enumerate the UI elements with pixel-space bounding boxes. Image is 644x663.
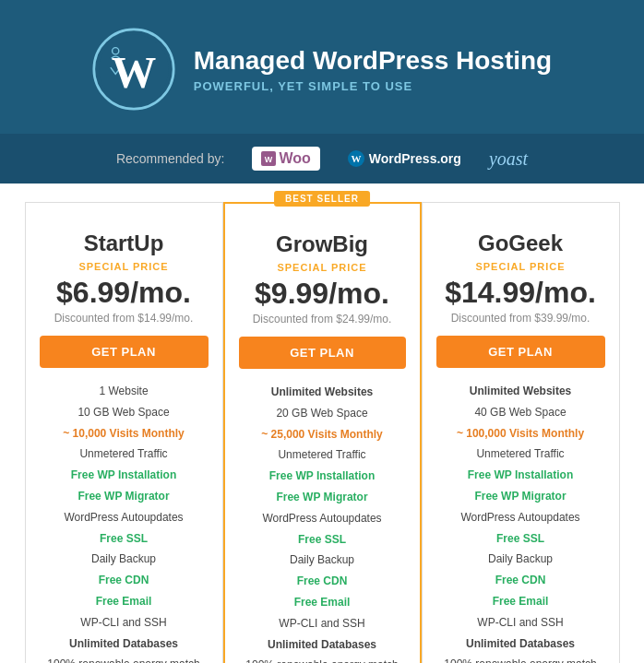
feature-item: Unlimited Websites bbox=[239, 382, 406, 403]
plans-container: StartUpSPECIAL PRICE$6.99/mo.Discounted … bbox=[0, 184, 644, 663]
svg-text:W: W bbox=[351, 153, 361, 164]
feature-item: Free WP Installation bbox=[436, 465, 605, 486]
plan-name-startup: StartUp bbox=[40, 231, 209, 256]
feature-item: WordPress Autoupdates bbox=[436, 507, 605, 528]
plan-discounted-growbig: Discounted from $24.99/mo. bbox=[239, 313, 406, 326]
feature-item: WP-CLI and SSH bbox=[239, 613, 406, 634]
feature-item: Unmetered Traffic bbox=[436, 444, 605, 465]
plan-price-startup: $6.99/mo. bbox=[40, 276, 209, 310]
woo-icon: W bbox=[261, 151, 276, 166]
brand-yoast: yoast bbox=[489, 148, 528, 170]
special-price-label-growbig: SPECIAL PRICE bbox=[239, 262, 406, 273]
header: W Managed WordPress Hosting POWERFUL, YE… bbox=[0, 0, 644, 134]
feature-item: Daily Backup bbox=[436, 549, 605, 570]
plan-card-gogeek: GoGeekSPECIAL PRICE$14.99/mo.Discounted … bbox=[422, 202, 620, 663]
features-list-startup: 1 Website10 GB Web Space~ 10,000 Visits … bbox=[40, 381, 209, 663]
recommended-bar: Recommended by: W Woo W WordPress.org yo… bbox=[0, 134, 644, 184]
brand-woo: W Woo bbox=[252, 147, 319, 171]
feature-item: Free SSL bbox=[436, 528, 605, 550]
feature-item: Free WP Migrator bbox=[239, 487, 406, 508]
plan-price-gogeek: $14.99/mo. bbox=[436, 276, 605, 310]
special-price-label-startup: SPECIAL PRICE bbox=[40, 261, 209, 272]
plan-name-growbig: GrowBig bbox=[239, 231, 406, 257]
recommended-label: Recommended by: bbox=[116, 151, 225, 166]
feature-item: Free WP Migrator bbox=[40, 486, 209, 507]
features-list-gogeek: Unlimited Websites40 GB Web Space~ 100,0… bbox=[436, 381, 605, 663]
feature-item: ~ 25,000 Visits Monthly bbox=[239, 424, 406, 445]
feature-item: WP-CLI and SSH bbox=[436, 612, 605, 633]
svg-text:W: W bbox=[265, 155, 273, 164]
feature-item: Free SSL bbox=[40, 528, 209, 550]
woo-text: Woo bbox=[279, 150, 310, 167]
page-subtitle: POWERFUL, YET SIMPLE TO USE bbox=[194, 79, 552, 93]
header-text: Managed WordPress Hosting POWERFUL, YET … bbox=[194, 46, 552, 93]
feature-item: WP-CLI and SSH bbox=[40, 612, 209, 633]
feature-item: Free WP Migrator bbox=[436, 486, 605, 507]
feature-item: Unlimited Databases bbox=[436, 633, 605, 655]
features-list-growbig: Unlimited Websites20 GB Web Space~ 25,00… bbox=[239, 382, 406, 663]
plan-discounted-startup: Discounted from $14.99/mo. bbox=[40, 312, 209, 325]
plan-card-growbig: BEST SELLERGrowBigSPECIAL PRICE$9.99/mo.… bbox=[223, 202, 422, 663]
wordpress-logo: W bbox=[92, 28, 175, 111]
feature-item: Free Email bbox=[436, 591, 605, 612]
plan-name-gogeek: GoGeek bbox=[436, 231, 605, 256]
best-seller-badge: BEST SELLER bbox=[274, 191, 370, 207]
feature-item: Free SSL bbox=[239, 529, 406, 551]
feature-item: Free Email bbox=[40, 591, 209, 612]
feature-item: Unlimited Websites bbox=[436, 381, 605, 402]
feature-item: Daily Backup bbox=[40, 549, 209, 570]
feature-item: Free Email bbox=[239, 592, 406, 613]
feature-item: 100% renewable energy match bbox=[436, 654, 605, 663]
feature-item: Free CDN bbox=[436, 570, 605, 591]
svg-text:W: W bbox=[111, 48, 156, 98]
feature-item: ~ 10,000 Visits Monthly bbox=[40, 423, 209, 444]
get-plan-button-gogeek[interactable]: GET PLAN bbox=[436, 336, 605, 368]
feature-item: Free WP Installation bbox=[40, 465, 209, 486]
feature-item: Free WP Installation bbox=[239, 466, 406, 487]
feature-item: Daily Backup bbox=[239, 550, 406, 571]
feature-item: Free CDN bbox=[239, 571, 406, 592]
get-plan-button-startup[interactable]: GET PLAN bbox=[40, 336, 209, 368]
plan-card-startup: StartUpSPECIAL PRICE$6.99/mo.Discounted … bbox=[25, 202, 223, 663]
plan-discounted-gogeek: Discounted from $39.99/mo. bbox=[436, 312, 605, 325]
feature-item: ~ 100,000 Visits Monthly bbox=[436, 423, 605, 444]
feature-item: Unmetered Traffic bbox=[239, 444, 406, 466]
feature-item: 100% renewable energy match bbox=[40, 654, 209, 663]
feature-item: Free CDN bbox=[40, 570, 209, 591]
get-plan-button-growbig[interactable]: GET PLAN bbox=[239, 337, 406, 369]
wp-text: WordPress.org bbox=[369, 151, 461, 166]
feature-item: 100% renewable energy match bbox=[239, 655, 406, 663]
special-price-label-gogeek: SPECIAL PRICE bbox=[436, 261, 605, 272]
feature-item: WordPress Autoupdates bbox=[239, 508, 406, 529]
feature-item: 1 Website bbox=[40, 381, 209, 402]
feature-item: 40 GB Web Space bbox=[436, 402, 605, 423]
feature-item: Unmetered Traffic bbox=[40, 444, 209, 465]
feature-item: 10 GB Web Space bbox=[40, 402, 209, 423]
page-title: Managed WordPress Hosting bbox=[194, 46, 552, 76]
feature-item: WordPress Autoupdates bbox=[40, 507, 209, 528]
feature-item: Unlimited Databases bbox=[40, 633, 209, 655]
feature-item: Unlimited Databases bbox=[239, 634, 406, 656]
brand-wordpress: W WordPress.org bbox=[348, 150, 461, 167]
plan-price-growbig: $9.99/mo. bbox=[239, 277, 406, 311]
feature-item: 20 GB Web Space bbox=[239, 403, 406, 424]
wp-logo-small: W bbox=[348, 150, 364, 167]
